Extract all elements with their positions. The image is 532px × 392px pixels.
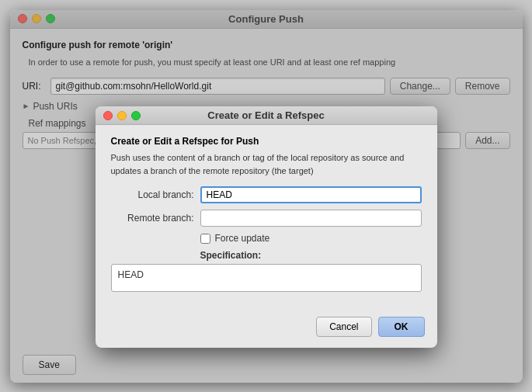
force-update-label: Force update	[215, 233, 270, 244]
specification-label: Specification:	[200, 250, 422, 261]
remote-branch-input[interactable]	[200, 210, 422, 227]
modal-maximize-button[interactable]	[131, 111, 141, 120]
modal-close-button[interactable]	[103, 111, 113, 120]
modal-description: Push uses the content of a branch or tag…	[111, 151, 422, 177]
modal-content: Create or Edit a Refspec for Push Push u…	[96, 125, 437, 310]
local-branch-row: Local branch:	[111, 186, 422, 203]
modal-traffic-lights	[103, 111, 141, 120]
cancel-button[interactable]: Cancel	[316, 317, 371, 337]
ok-button[interactable]: OK	[378, 317, 425, 337]
remote-branch-row: Remote branch:	[111, 210, 422, 227]
modal-overlay: Create or Edit a Refspec Create or Edit …	[10, 10, 523, 383]
modal-title: Create or Edit a Refspec	[207, 109, 324, 121]
local-branch-label: Local branch:	[111, 189, 200, 200]
modal-window: Create or Edit a Refspec Create or Edit …	[96, 106, 437, 348]
modal-section-title: Create or Edit a Refspec for Push	[111, 136, 422, 147]
force-update-checkbox[interactable]	[200, 234, 210, 244]
main-window: Configure Push Configure push for remote…	[10, 10, 523, 383]
specification-box: HEAD	[111, 264, 422, 292]
remote-branch-label: Remote branch:	[111, 213, 200, 224]
modal-footer: Cancel OK	[96, 310, 437, 348]
local-branch-input[interactable]	[200, 186, 422, 203]
modal-title-bar: Create or Edit a Refspec	[96, 106, 437, 125]
force-update-row: Force update	[200, 233, 422, 244]
modal-minimize-button[interactable]	[117, 111, 127, 120]
